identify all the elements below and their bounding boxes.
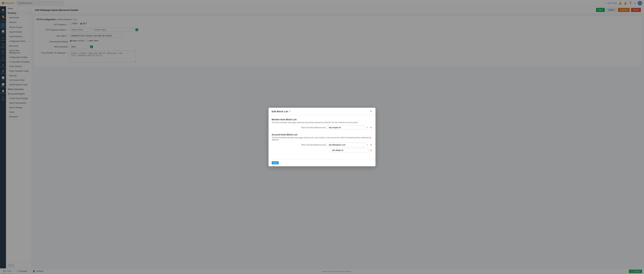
- monitor-level-desc: The list of domains and page resources t…: [272, 121, 372, 124]
- monitor-block-row-1: Block Domain(s)/Resource(s) + ✕: [272, 126, 372, 130]
- account-level-title: Account-level Block List: [272, 133, 372, 136]
- dialog-save-button[interactable]: Save: [272, 161, 279, 164]
- dialog-header: Edit Block List ⓘ ✕: [268, 108, 376, 115]
- monitor-block-input[interactable]: [327, 126, 365, 130]
- account-remove-button-1[interactable]: ✕: [370, 143, 372, 147]
- monitor-remove-button[interactable]: ✕: [370, 126, 372, 129]
- account-level-block-section: Account-level Block List The list of blo…: [272, 133, 372, 152]
- monitor-level-block-section: Monitor-level Block List The list of dom…: [272, 118, 372, 130]
- account-block-label-1: Block Domain(s)/Resource(s): [301, 144, 326, 146]
- edit-block-list-dialog: Edit Block List ⓘ ✕ Monitor-level Block …: [268, 108, 376, 166]
- dialog-title-info-icon: ⓘ: [289, 110, 291, 113]
- monitor-block-label: Block Domain(s)/Resource(s): [301, 126, 326, 129]
- monitor-add-button[interactable]: +: [366, 126, 368, 129]
- account-remove-button-2[interactable]: ✕: [370, 148, 372, 152]
- account-block-row-1: Block Domain(s)/Resource(s) + ✕: [272, 143, 372, 147]
- dialog-close-button[interactable]: ✕: [370, 110, 372, 113]
- dialog-overlay: Edit Block List ⓘ ✕ Monitor-level Block …: [0, 0, 644, 274]
- monitor-level-title: Monitor-level Block List: [272, 118, 372, 121]
- account-block-input-2[interactable]: [331, 148, 368, 152]
- account-level-desc: The list of blocked domains and page res…: [272, 137, 372, 141]
- account-block-row-2: ✕: [272, 148, 372, 152]
- dialog-footer: Save: [268, 159, 376, 166]
- dialog-body: Monitor-level Block List The list of dom…: [268, 115, 376, 159]
- account-block-input-1[interactable]: [327, 143, 365, 147]
- dialog-title: Edit Block List ⓘ: [272, 110, 291, 113]
- account-add-button-1[interactable]: +: [366, 143, 368, 147]
